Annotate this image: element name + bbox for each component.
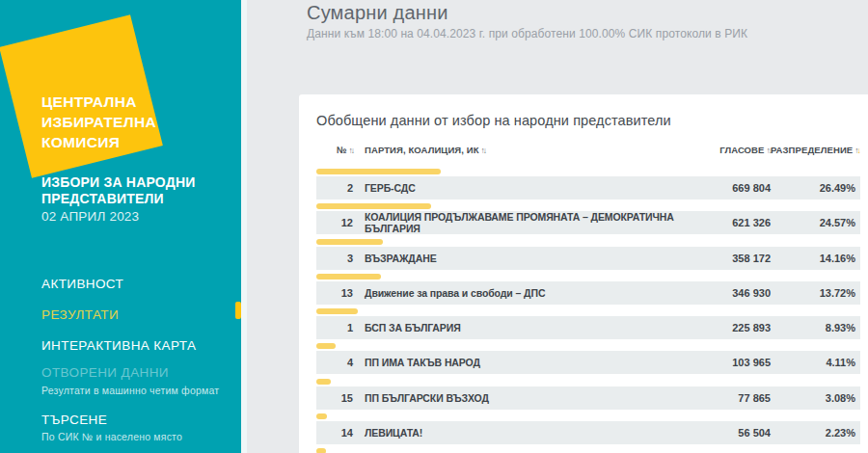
column-header-number[interactable]: №↑↓ — [316, 145, 353, 155]
party-name: БСП ЗА БЪЛГАРИЯ — [365, 322, 684, 333]
column-header-party-label: ПАРТИЯ, КОАЛИЦИЯ, ИК — [365, 145, 479, 155]
party-number: 15 — [316, 392, 353, 404]
table-row[interactable]: 3 ВЪЗРАЖДАНЕ 358 172 14.16% — [316, 239, 860, 270]
party-votes: 225 893 — [684, 322, 771, 333]
election-title-line-2: ПРЕДСТАВИТЕЛИ — [41, 191, 195, 207]
party-name: КОАЛИЦИЯ ПРОДЪЛЖАВАМЕ ПРОМЯНАТА – ДЕМОКР… — [365, 211, 684, 234]
election-date: 02 АПРИЛ 2023 — [41, 209, 195, 224]
party-votes: 358 172 — [684, 253, 771, 264]
column-header-share[interactable]: РАЗПРЕДЕЛЕНИЕ↑↓ — [771, 145, 855, 155]
results-table-body: 2 ГЕРБ-СДС 669 804 26.49% 12 КОАЛИЦИЯ ПР… — [316, 169, 860, 444]
result-bar — [316, 239, 383, 245]
table-row[interactable]: 4 ПП ИМА ТАКЪВ НАРОД 103 965 4.11% — [316, 343, 860, 374]
column-header-share-label: РАЗПРЕДЕЛЕНИЕ — [771, 145, 853, 155]
party-votes: 346 930 — [684, 287, 771, 299]
page-title: Сумарни данни — [307, 2, 448, 24]
party-share: 2.23% — [771, 427, 855, 439]
sidebar-item-search-subtitle: По СИК № и населено място — [41, 431, 182, 442]
party-number: 2 — [316, 182, 353, 194]
party-votes: 669 804 — [684, 182, 771, 194]
result-bar — [316, 203, 431, 209]
party-votes: 77 865 — [684, 392, 771, 404]
sidebar-item-interactive-map[interactable]: ИНТЕРАКТИВНА КАРТА — [41, 338, 196, 353]
sidebar-item-results[interactable]: РЕЗУЛТАТИ — [41, 307, 119, 322]
party-share: 3.08% — [771, 392, 855, 404]
party-share: 13.72% — [771, 287, 855, 299]
party-name: ЛЕВИЦАТА! — [365, 427, 684, 439]
table-row[interactable]: 2 ГЕРБ-СДС 669 804 26.49% — [316, 169, 860, 200]
result-bar — [316, 308, 358, 314]
table-row[interactable]: 1 БСП ЗА БЪЛГАРИЯ 225 893 8.93% — [316, 308, 860, 339]
result-bar — [316, 413, 327, 419]
party-share: 24.57% — [771, 217, 855, 228]
result-bar — [316, 274, 381, 280]
party-name: ВЪЗРАЖДАНЕ — [365, 253, 684, 264]
sidebar-item-open-data[interactable]: ОТВОРЕНИ ДАННИ — [41, 365, 169, 380]
result-bar — [316, 343, 336, 349]
party-name: ПП ИМА ТАКЪВ НАРОД — [365, 357, 684, 368]
result-bar — [316, 379, 331, 385]
logo-line-1: ЦЕНТРАЛНА — [41, 92, 156, 112]
party-name: ПП БЪЛГАРСКИ ВЪЗХОД — [365, 392, 684, 404]
party-number: 4 — [316, 357, 353, 368]
party-number: 1 — [316, 322, 353, 333]
election-title: ИЗБОРИ ЗА НАРОДНИ ПРЕДСТАВИТЕЛИ 02 АПРИЛ… — [41, 174, 195, 224]
table-row[interactable]: 15 ПП БЪЛГАРСКИ ВЪЗХОД 77 865 3.08% — [316, 379, 860, 410]
party-share: 8.93% — [771, 322, 855, 333]
result-bar — [316, 169, 441, 174]
party-share: 4.11% — [771, 357, 855, 368]
sort-icon-share[interactable]: ↑↓ — [854, 146, 859, 155]
party-votes: 56 504 — [684, 427, 771, 439]
logo-line-2: ИЗБИРАТЕЛНА — [41, 112, 156, 132]
party-votes: 621 326 — [684, 217, 771, 228]
table-row[interactable]: 14 ЛЕВИЦАТА! 56 504 2.23% — [316, 413, 860, 444]
sidebar-item-open-data-subtitle: Резултати в машинно четим формат — [41, 385, 219, 396]
party-number: 12 — [316, 217, 353, 228]
logo-line-3: КОМИСИЯ — [41, 132, 156, 152]
sort-icon-number[interactable]: ↑↓ — [349, 146, 354, 155]
party-name: ГЕРБ-СДС — [365, 182, 684, 194]
party-votes: 103 965 — [684, 357, 771, 368]
summary-card: Обобщени данни от избор на народни предс… — [299, 94, 868, 453]
table-header-row: №↑↓ ПАРТИЯ, КОАЛИЦИЯ, ИК↑↓ ГЛАСОВЕ↑↓ РАЗ… — [316, 143, 860, 156]
sidebar-item-search[interactable]: ТЪРСЕНЕ — [41, 413, 107, 427]
party-share: 14.16% — [771, 253, 855, 264]
column-header-votes-label: ГЛАСОВЕ — [719, 145, 764, 155]
election-title-line-1: ИЗБОРИ ЗА НАРОДНИ — [41, 174, 195, 191]
table-row[interactable]: 12 КОАЛИЦИЯ ПРОДЪЛЖАВАМЕ ПРОМЯНАТА – ДЕМ… — [316, 203, 860, 234]
party-share: 26.49% — [771, 182, 855, 194]
sidebar-edge-strip — [241, 0, 247, 453]
sort-icon-party[interactable]: ↑↓ — [481, 146, 486, 155]
column-header-number-label: № — [337, 145, 347, 155]
party-number: 14 — [316, 427, 353, 439]
card-title: Обобщени данни от избор на народни предс… — [316, 113, 860, 128]
party-number: 13 — [316, 287, 353, 299]
party-number: 3 — [316, 253, 353, 264]
sidebar-item-activity[interactable]: АКТИВНОСТ — [41, 277, 123, 291]
column-header-votes[interactable]: ГЛАСОВЕ↑↓ — [684, 145, 771, 155]
party-name: Движение за права и свободи – ДПС — [365, 287, 684, 299]
result-bar-partial-next-row — [316, 448, 326, 453]
sidebar: ЦЕНТРАЛНА ИЗБИРАТЕЛНА КОМИСИЯ ИЗБОРИ ЗА … — [0, 0, 241, 453]
table-row[interactable]: 13 Движение за права и свободи – ДПС 346… — [316, 274, 860, 305]
cik-logo-text: ЦЕНТРАЛНА ИЗБИРАТЕЛНА КОМИСИЯ — [41, 92, 156, 152]
column-header-party[interactable]: ПАРТИЯ, КОАЛИЦИЯ, ИК↑↓ — [365, 145, 684, 155]
page-subtitle: Данни към 18:00 на 04.04.2023 г. при обр… — [307, 27, 747, 40]
